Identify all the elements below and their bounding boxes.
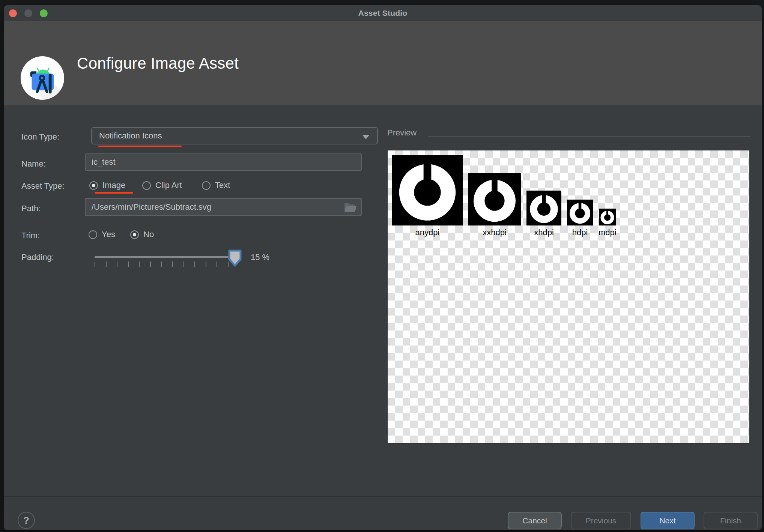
- preview-panel: anydpi xxhdpi: [387, 150, 750, 443]
- asset-type-label: Asset Type:: [21, 181, 65, 191]
- icon-type-select[interactable]: Notification Icons: [91, 127, 378, 144]
- name-label: Name:: [21, 159, 46, 169]
- icon-type-value: Notification Icons: [99, 131, 162, 141]
- dpi-label: xxhdpi: [483, 228, 507, 237]
- previous-button[interactable]: Previous: [571, 512, 631, 529]
- radio-dot-icon: [130, 230, 139, 239]
- asset-type-underline: [95, 192, 133, 194]
- slider-track[interactable]: [95, 256, 229, 258]
- path-input[interactable]: /Users/min/Pictures/Subtract.svg: [85, 198, 362, 216]
- padding-label: Padding:: [21, 252, 54, 262]
- dpi-preview-row: anydpi xxhdpi: [392, 155, 617, 237]
- dialog-footer: ? Cancel Previous Next Finish: [4, 496, 762, 530]
- asset-type-radio-text[interactable]: Text: [202, 180, 230, 190]
- trim-radio-yes[interactable]: Yes: [89, 230, 115, 239]
- next-button[interactable]: Next: [641, 512, 695, 529]
- wizard-header: Configure Image Asset: [4, 21, 762, 105]
- dpi-label: anydpi: [415, 228, 440, 237]
- radio-label: Image: [102, 180, 125, 190]
- configure-form: Icon Type: Notification Icons Name: ic_t…: [4, 105, 762, 496]
- notification-icon-preview: [599, 209, 616, 225]
- radio-dot-icon: [202, 181, 211, 190]
- browse-folder-icon[interactable]: [344, 202, 357, 213]
- preview-separator: [428, 136, 750, 137]
- asset-studio-dialog: Asset Studio: [4, 5, 762, 530]
- asset-type-radio-image[interactable]: Image: [89, 180, 125, 190]
- preview-item-xhdpi: xhdpi: [526, 191, 561, 237]
- finish-button[interactable]: Finish: [704, 512, 758, 529]
- slider-thumb[interactable]: [228, 249, 242, 267]
- radio-dot-icon: [89, 230, 97, 239]
- radio-label: Text: [215, 180, 230, 190]
- close-window-button[interactable]: [9, 9, 17, 17]
- radio-label: No: [143, 230, 154, 239]
- radio-label: Yes: [102, 230, 115, 239]
- preview-item-mdpi: mdpi: [599, 209, 617, 237]
- radio-label: Clip Art: [155, 180, 182, 190]
- asset-type-radio-clipart[interactable]: Clip Art: [142, 180, 182, 190]
- page-title: Configure Image Asset: [77, 21, 239, 105]
- title-bar[interactable]: Asset Studio: [4, 5, 762, 21]
- window-title: Asset Studio: [358, 9, 408, 18]
- name-value: ic_test: [92, 157, 116, 167]
- radio-dot-icon: [142, 181, 151, 190]
- preview-item-xxhdpi: xxhdpi: [468, 173, 521, 237]
- preview-item-anydpi: anydpi: [392, 155, 463, 237]
- traffic-lights: [9, 5, 48, 21]
- icon-type-underline: [98, 146, 182, 147]
- dpi-label: mdpi: [599, 228, 617, 237]
- name-input[interactable]: ic_test: [85, 153, 362, 171]
- cancel-button[interactable]: Cancel: [508, 512, 562, 529]
- notification-icon-preview: [392, 155, 463, 225]
- padding-value: 15 %: [251, 252, 269, 262]
- trim-label: Trim:: [21, 231, 40, 240]
- chevron-down-icon: [362, 135, 370, 139]
- dpi-label: hdpi: [572, 228, 588, 237]
- padding-slider[interactable]: [95, 249, 229, 268]
- path-value: /Users/min/Pictures/Subtract.svg: [92, 202, 211, 212]
- android-studio-logo-icon: [20, 56, 65, 100]
- path-label: Path:: [21, 204, 41, 213]
- preview-item-hdpi: hdpi: [567, 200, 593, 237]
- slider-ticks: [95, 261, 229, 267]
- preview-label: Preview: [387, 128, 417, 138]
- minimize-window-button[interactable]: [24, 9, 32, 17]
- dpi-label: xhdpi: [534, 228, 554, 237]
- icon-type-label: Icon Type:: [21, 132, 59, 142]
- screen: Asset Studio: [0, 0, 764, 532]
- radio-dot-icon: [89, 181, 98, 190]
- trim-radio-no[interactable]: No: [130, 230, 154, 239]
- help-button[interactable]: ?: [18, 512, 35, 529]
- notification-icon-preview: [468, 173, 521, 225]
- notification-icon-preview: [567, 200, 593, 225]
- notification-icon-preview: [526, 191, 561, 225]
- zoom-window-button[interactable]: [40, 9, 48, 17]
